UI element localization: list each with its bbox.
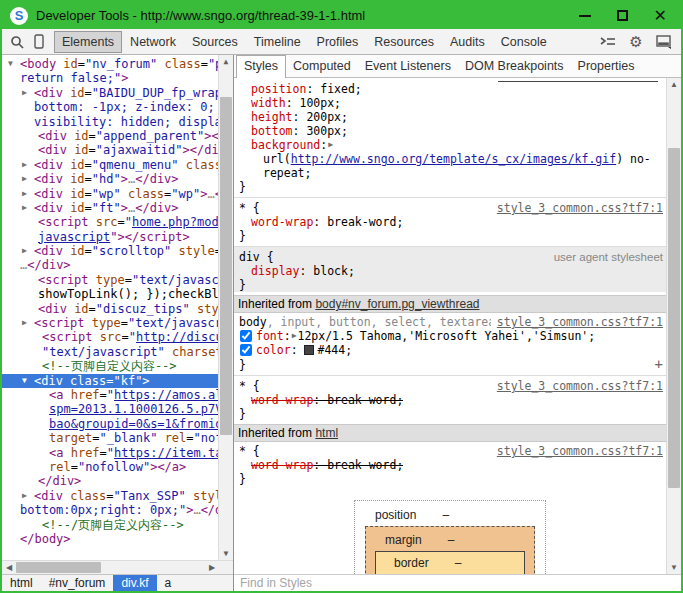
link[interactable]: javascript: [38, 230, 110, 244]
scroll-down-arrow-icon[interactable]: ▼: [667, 561, 681, 574]
expand-arrow-icon[interactable]: ▶: [22, 187, 27, 201]
dom-tree-line[interactable]: ▶<div class="Tanx_SSP" styl: [2, 489, 218, 503]
css-line[interactable]: word-wrap: break-word;: [234, 393, 666, 407]
styles-vertical-scrollbar[interactable]: ▲ ▼: [666, 78, 681, 574]
maximize-button[interactable]: [617, 10, 628, 21]
css-line[interactable]: div {user agent stylesheet: [234, 250, 666, 264]
dom-tree-line[interactable]: target="_blank" rel="nof: [2, 431, 218, 445]
tab-audits[interactable]: Audits: [442, 31, 493, 53]
link[interactable]: home.php?mod=: [132, 215, 218, 229]
css-line[interactable]: }: [234, 180, 666, 194]
dom-tree-line[interactable]: <div id="discuz_tips" styl: [2, 302, 218, 316]
expand-arrow-icon[interactable]: ▶: [22, 201, 27, 215]
tab-styles[interactable]: Styles: [236, 55, 286, 78]
inspect-search-icon[interactable]: [6, 32, 28, 52]
minimize-button[interactable]: [579, 15, 591, 17]
dom-tree-line[interactable]: …</div>: [2, 258, 218, 272]
link[interactable]: https://amos.ali: [114, 388, 218, 402]
css-line[interactable]: color: #444;: [234, 343, 666, 357]
dom-tree-line[interactable]: <script type="text/javascr: [2, 273, 218, 287]
expand-arrow-icon[interactable]: ▶: [22, 244, 27, 258]
link[interactable]: style_3_common.css?tf7:1: [497, 444, 663, 458]
css-line[interactable]: word-wrap: break-word;: [234, 458, 666, 472]
dom-tree-line[interactable]: ▶<div id="scrolltop" style=: [2, 244, 218, 258]
css-line[interactable]: display: block;: [234, 264, 666, 278]
dom-tree-line[interactable]: bottom:0px;right: 0px;">…</d: [2, 503, 218, 517]
css-line[interactable]: }: [234, 278, 666, 292]
css-line[interactable]: word-wrap: break-word;: [234, 215, 666, 229]
expand-arrow-icon[interactable]: ▶: [22, 316, 27, 330]
dom-tree-line[interactable]: <div id="append_parent"></: [2, 129, 218, 143]
close-button[interactable]: ✕: [654, 9, 667, 23]
elements-horizontal-scrollbar[interactable]: ◀ ▶: [2, 560, 233, 574]
dom-tree-line[interactable]: <script src="http://discuz: [2, 330, 218, 344]
link[interactable]: bao&groupid=0&s=1&fromid: [49, 417, 218, 431]
link[interactable]: style_3_common.css?tf7:1: [497, 379, 663, 393]
css-line[interactable]: background:▶: [234, 138, 666, 152]
dom-tree-line[interactable]: "text/javascript" charset=: [2, 345, 218, 359]
tab-elements[interactable]: Elements: [54, 31, 122, 53]
css-line[interactable]: height: 200px;: [234, 110, 666, 124]
dom-tree-line[interactable]: bao&groupid=0&s=1&fromid: [2, 417, 218, 431]
css-line[interactable]: body, input, button, select, textarea {s…: [234, 315, 666, 329]
link[interactable]: html: [315, 426, 338, 440]
collapse-arrow-icon[interactable]: ▼: [8, 57, 13, 71]
link[interactable]: http://discuz: [136, 330, 218, 344]
scrollbar-thumb[interactable]: [220, 97, 232, 435]
scroll-up-arrow-icon[interactable]: ▲: [667, 78, 681, 91]
tab-profiles[interactable]: Profiles: [309, 31, 367, 53]
link[interactable]: style_3_common.css?tf7:1: [497, 315, 663, 329]
dom-tree-line[interactable]: return false;">: [2, 71, 218, 85]
css-line[interactable]: url(http://www.sngo.org/template/s_cx/im…: [234, 152, 666, 166]
css-line[interactable]: }+: [234, 357, 666, 372]
dom-tree-line[interactable]: </body>: [2, 532, 218, 546]
scroll-right-arrow-icon[interactable]: ▶: [205, 561, 219, 574]
scrollbar-thumb[interactable]: [16, 562, 101, 573]
css-line[interactable]: * {style_3_common.css?tf7:1: [234, 379, 666, 393]
dom-tree-line[interactable]: <script src="home.php?mod=: [2, 215, 218, 229]
tab-event-listeners[interactable]: Event Listeners: [358, 56, 458, 77]
css-line[interactable]: repeat;: [234, 166, 666, 180]
device-mode-icon[interactable]: [28, 32, 50, 52]
dom-tree-line[interactable]: <div id="ajaxwaitid"></div: [2, 143, 218, 157]
elements-vertical-scrollbar[interactable]: ▲ ▼: [218, 55, 233, 560]
tab-network[interactable]: Network: [122, 31, 184, 53]
css-line[interactable]: bottom: 300px;: [234, 124, 666, 138]
property-enabled-checkbox[interactable]: [240, 330, 252, 342]
dom-tree-line[interactable]: ▶<div id="BAIDU_DUP_fp_wrap: [2, 86, 218, 100]
dom-tree-line[interactable]: <a href="https://amos.ali: [2, 388, 218, 402]
dom-tree-line[interactable]: javascript"></script>: [2, 230, 218, 244]
dom-tree-line[interactable]: visibility: hidden; display:: [2, 115, 218, 129]
expand-arrow-icon[interactable]: ▶: [22, 489, 27, 503]
dom-tree-line[interactable]: bottom: -1px; z-index: 0; wi: [2, 100, 218, 114]
css-line[interactable]: * {style_3_common.css?tf7:1: [234, 201, 666, 215]
dom-tree-line[interactable]: <a href="https://item.ta: [2, 446, 218, 460]
dom-tree-line[interactable]: <!--页脚自定义内容-->: [2, 359, 218, 373]
dom-tree-line[interactable]: ▶<script type="text/javascr: [2, 316, 218, 330]
dom-tree-line[interactable]: spm=2013.1.1000126.5.p7V: [2, 402, 218, 416]
css-line[interactable]: * {style_3_common.css?tf7:1: [234, 444, 666, 458]
link[interactable]: style_3_common.css?tf7:1: [497, 201, 663, 215]
expand-arrow-icon[interactable]: ▶: [22, 172, 27, 186]
dom-tree-line[interactable]: showTopLink(); });checkBli: [2, 287, 218, 301]
tab-console[interactable]: Console: [493, 31, 555, 53]
breadcrumb-item-a[interactable]: a: [157, 575, 180, 591]
dom-tree-line[interactable]: ▶<div id="ft">…</div>: [2, 201, 218, 215]
tab-properties[interactable]: Properties: [571, 56, 642, 77]
css-line[interactable]: font:▶12px/1.5 Tahoma,'Microsoft Yahei',…: [234, 329, 666, 343]
link[interactable]: body#nv_forum.pg_viewthread: [315, 297, 479, 311]
breadcrumb-item--nv-forum[interactable]: #nv_forum: [41, 575, 114, 591]
dom-tree-line[interactable]: ▼<body id="nv_forum" class="p: [2, 57, 218, 71]
tab-timeline[interactable]: Timeline: [246, 31, 309, 53]
tab-resources[interactable]: Resources: [366, 31, 442, 53]
expand-arrow-icon[interactable]: ▶: [22, 158, 27, 172]
dom-tree-line[interactable]: <!--/页脚自定义内容-->: [2, 518, 218, 532]
dom-tree-line[interactable]: ▶<div id="wp" class="wp">…<: [2, 187, 218, 201]
tab-dom-breakpoints[interactable]: DOM Breakpoints: [458, 56, 571, 77]
find-in-styles-input[interactable]: [234, 575, 681, 591]
dom-tree-line[interactable]: ▶<div id="hd">…</div>: [2, 172, 218, 186]
property-enabled-checkbox[interactable]: [240, 344, 252, 356]
css-line[interactable]: }: [234, 229, 666, 243]
dom-tree-line[interactable]: ▶<div id="qmenu_menu" class: [2, 158, 218, 172]
dom-tree-line[interactable]: </div>: [2, 474, 218, 488]
